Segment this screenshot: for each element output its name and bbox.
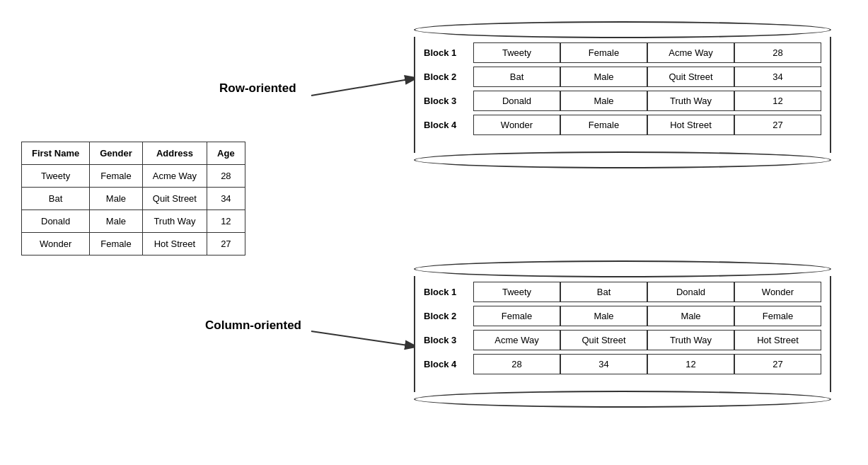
table-cell: Tweety bbox=[22, 165, 90, 188]
block-cell: Donald bbox=[473, 91, 560, 111]
block-cells: Acme WayQuit StreetTruth WayHot Street bbox=[473, 330, 821, 350]
row-oriented-label: Row-oriented bbox=[219, 81, 296, 96]
block-cell: Female bbox=[734, 306, 821, 326]
block-cells: 28341227 bbox=[473, 354, 821, 374]
table-cell: 27 bbox=[207, 233, 245, 256]
block-cell: Male bbox=[560, 67, 647, 87]
table-cell: Wonder bbox=[22, 233, 90, 256]
block-cell: 12 bbox=[734, 91, 821, 111]
block-cell: Female bbox=[560, 42, 647, 63]
block-label: Block 3 bbox=[424, 335, 473, 345]
block-row: Block 428341227 bbox=[424, 354, 821, 374]
block-label: Block 1 bbox=[424, 47, 473, 58]
block-cell: 28 bbox=[734, 42, 821, 63]
block-label: Block 2 bbox=[424, 71, 473, 82]
block-cell: 27 bbox=[734, 115, 821, 135]
block-row: Block 2FemaleMaleMaleFemale bbox=[424, 306, 821, 326]
col-header-firstname: First Name bbox=[22, 142, 90, 165]
block-cell: 34 bbox=[560, 354, 647, 374]
block-label: Block 4 bbox=[424, 120, 473, 130]
block-cell: Truth Way bbox=[647, 330, 734, 350]
main-container: First Name Gender Address Age TweetyFema… bbox=[0, 0, 868, 465]
table-cell: Truth Way bbox=[142, 210, 207, 233]
block-cell: 27 bbox=[734, 354, 821, 374]
table-cell: Male bbox=[90, 188, 143, 210]
table-cell: 12 bbox=[207, 210, 245, 233]
block-cells: BatMaleQuit Street34 bbox=[473, 67, 821, 87]
block-label: Block 3 bbox=[424, 96, 473, 106]
table-cell: Hot Street bbox=[142, 233, 207, 256]
col-header-age: Age bbox=[207, 142, 245, 165]
block-cell: Bat bbox=[473, 67, 560, 87]
block-row: Block 1TweetyFemaleAcme Way28 bbox=[424, 42, 821, 63]
block-cell: 12 bbox=[647, 354, 734, 374]
block-cells: FemaleMaleMaleFemale bbox=[473, 306, 821, 326]
svg-line-1 bbox=[311, 78, 417, 96]
table-cell: 28 bbox=[207, 165, 245, 188]
col-header-gender: Gender bbox=[90, 142, 143, 165]
block-label: Block 1 bbox=[424, 287, 473, 297]
block-cell: 28 bbox=[473, 354, 560, 374]
block-row: Block 3DonaldMaleTruth Way12 bbox=[424, 91, 821, 111]
block-cell: Hot Street bbox=[647, 115, 734, 135]
block-cell: Acme Way bbox=[647, 42, 734, 63]
block-cell: Hot Street bbox=[734, 330, 821, 350]
block-cells: DonaldMaleTruth Way12 bbox=[473, 91, 821, 111]
block-cell: Acme Way bbox=[473, 330, 560, 350]
block-cell: Male bbox=[560, 91, 647, 111]
table-cell: Quit Street bbox=[142, 188, 207, 210]
block-cell: Donald bbox=[647, 282, 734, 302]
block-cell: 34 bbox=[734, 67, 821, 87]
block-label: Block 4 bbox=[424, 359, 473, 369]
block-row: Block 3Acme WayQuit StreetTruth WayHot S… bbox=[424, 330, 821, 350]
table-cell: 34 bbox=[207, 188, 245, 210]
block-cell: Male bbox=[647, 306, 734, 326]
block-cell: Tweety bbox=[473, 42, 560, 63]
block-row: Block 4WonderFemaleHot Street27 bbox=[424, 115, 821, 135]
block-row: Block 1TweetyBatDonaldWonder bbox=[424, 282, 821, 302]
block-cell: Quit Street bbox=[560, 330, 647, 350]
table-cell: Female bbox=[90, 165, 143, 188]
block-cell: Wonder bbox=[473, 115, 560, 135]
block-cell: Quit Street bbox=[647, 67, 734, 87]
col-header-address: Address bbox=[142, 142, 207, 165]
source-table: First Name Gender Address Age TweetyFema… bbox=[21, 142, 245, 256]
block-cells: WonderFemaleHot Street27 bbox=[473, 115, 821, 135]
col-cylinder: Block 1TweetyBatDonaldWonderBlock 2Femal… bbox=[414, 260, 831, 408]
block-cell: Male bbox=[560, 306, 647, 326]
block-cell: Female bbox=[560, 115, 647, 135]
table-cell: Acme Way bbox=[142, 165, 207, 188]
block-label: Block 2 bbox=[424, 311, 473, 321]
source-table-wrapper: First Name Gender Address Age TweetyFema… bbox=[21, 142, 245, 256]
row-cylinder: Block 1TweetyFemaleAcme Way28Block 2BatM… bbox=[414, 21, 831, 168]
block-cell: Truth Way bbox=[647, 91, 734, 111]
block-row: Block 2BatMaleQuit Street34 bbox=[424, 67, 821, 87]
svg-line-2 bbox=[311, 331, 417, 347]
block-cell: Female bbox=[473, 306, 560, 326]
table-cell: Male bbox=[90, 210, 143, 233]
table-cell: Female bbox=[90, 233, 143, 256]
column-oriented-label: Column-oriented bbox=[205, 318, 301, 333]
block-cells: TweetyFemaleAcme Way28 bbox=[473, 42, 821, 63]
table-cell: Bat bbox=[22, 188, 90, 210]
block-cells: TweetyBatDonaldWonder bbox=[473, 282, 821, 302]
block-cell: Wonder bbox=[734, 282, 821, 302]
block-cell: Bat bbox=[560, 282, 647, 302]
block-cell: Tweety bbox=[473, 282, 560, 302]
table-cell: Donald bbox=[22, 210, 90, 233]
